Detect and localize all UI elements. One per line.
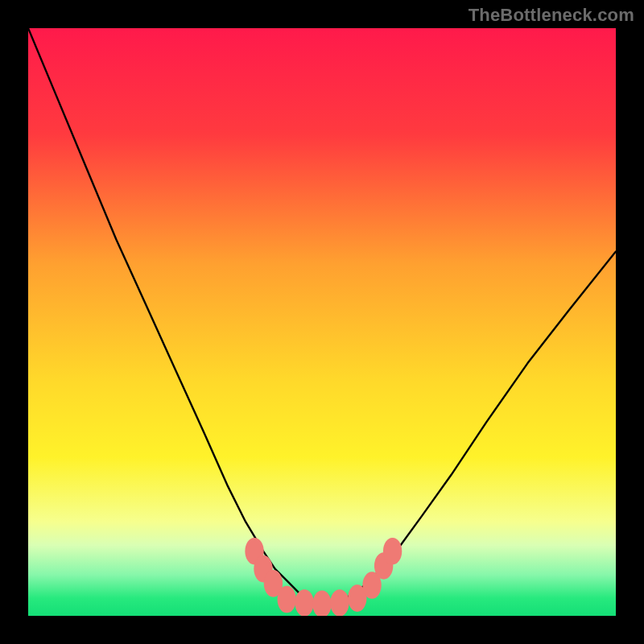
data-point [295,589,313,616]
data-point [278,586,296,613]
chart-frame: TheBottleneck.com [0,0,644,644]
plot-area [28,28,616,616]
gradient-background [28,28,616,616]
data-point [383,538,402,565]
data-point [330,589,349,616]
chart-svg [28,28,616,616]
watermark-text: TheBottleneck.com [469,5,634,26]
